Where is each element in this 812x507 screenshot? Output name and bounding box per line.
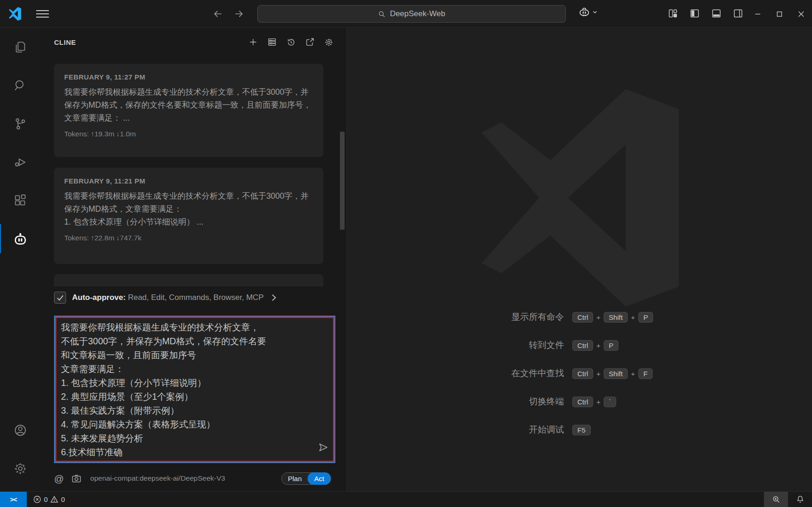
- key-chip: F: [638, 368, 653, 379]
- send-icon: [318, 442, 329, 453]
- plan-act-toggle[interactable]: Plan Act: [281, 472, 331, 485]
- link-external-icon: [305, 37, 315, 47]
- model-selector[interactable]: openai-compat:deepseek-ai/DeepSeek-V3: [90, 474, 225, 483]
- minimize-icon: [755, 11, 761, 17]
- open-in-editor-button[interactable]: [305, 37, 315, 47]
- key-chip: `: [604, 397, 616, 407]
- navigate-back-button[interactable]: [210, 6, 226, 22]
- shortcut-label: 显示所有命令: [425, 311, 564, 323]
- manage-settings-button[interactable]: [0, 449, 40, 488]
- chevron-right-icon: [271, 293, 277, 302]
- layout-controls: [667, 6, 744, 21]
- cline-panel-header: CLINE: [40, 28, 346, 56]
- shortcut-keys: Ctrl+Shift+P: [572, 312, 712, 323]
- close-button[interactable]: [790, 0, 812, 28]
- remote-indicator[interactable]: ><: [0, 492, 27, 507]
- sidebar-item-run-debug[interactable]: [0, 143, 40, 181]
- shortcut-row: 在文件中查找Ctrl+Shift+F: [425, 367, 712, 380]
- sidebar-item-cline[interactable]: [0, 220, 40, 258]
- title-bar: DeepSeek-Web: [0, 0, 812, 28]
- toggle-panel-button[interactable]: [710, 6, 722, 21]
- check-icon: [56, 293, 64, 302]
- shortcut-keys: Ctrl+`: [572, 397, 712, 407]
- history-task-card[interactable]: FEBRUARY 9, 11:27 PM 我需要你帮我根据标题生成专业的技术分析…: [54, 64, 323, 157]
- status-bar: >< 0 0: [0, 491, 812, 507]
- new-task-button[interactable]: [248, 37, 258, 47]
- task-preview: 我需要你帮我根据标题生成专业的技术分析文章，不低于3000字，并保存为MD格式，…: [64, 189, 313, 228]
- panel-right-icon: [733, 8, 743, 18]
- maximize-button[interactable]: [769, 0, 790, 28]
- panel-title: CLINE: [54, 38, 76, 46]
- customize-layout-button[interactable]: [667, 6, 679, 21]
- act-mode-button[interactable]: Act: [308, 472, 331, 485]
- cline-robot-icon: [13, 232, 28, 246]
- zoom-in-icon: [772, 495, 781, 504]
- history-icon: [286, 37, 296, 47]
- shortcut-label: 切换终端: [425, 396, 564, 408]
- mcp-servers-button[interactable]: [267, 37, 277, 47]
- minimize-button[interactable]: [747, 0, 769, 28]
- arrow-left-icon: [213, 9, 223, 19]
- gear-icon: [324, 37, 333, 47]
- sidebar-item-extensions[interactable]: [0, 181, 40, 220]
- menu-hamburger-icon[interactable]: [36, 8, 49, 19]
- screenshot-button[interactable]: [71, 473, 82, 484]
- accounts-button[interactable]: [0, 411, 40, 449]
- shortcut-keys: Ctrl+P: [572, 340, 712, 351]
- shortcut-label: 开始调试: [425, 424, 564, 436]
- auto-approve-row[interactable]: Auto-approve: Read, Edit, Commands, Brow…: [54, 290, 329, 305]
- key-chip: Shift: [604, 368, 628, 379]
- camera-icon: [71, 473, 82, 484]
- history-button[interactable]: [286, 37, 296, 47]
- chevron-down-icon: [592, 9, 598, 15]
- sidebar-item-search[interactable]: [0, 66, 40, 104]
- settings-button[interactable]: [324, 37, 333, 47]
- sidebar-item-explorer[interactable]: [0, 28, 40, 66]
- copilot-menu[interactable]: [578, 6, 598, 18]
- key-chip: Ctrl: [572, 312, 593, 323]
- key-separator: +: [631, 370, 635, 378]
- key-separator: +: [596, 398, 600, 406]
- send-button[interactable]: [318, 442, 329, 453]
- key-separator: +: [596, 370, 600, 378]
- history-task-card-partial[interactable]: [54, 274, 323, 287]
- cline-panel: CLINE: [40, 28, 347, 491]
- chat-footer: @ openai-compat:deepseek-ai/DeepSeek-V3 …: [54, 468, 331, 489]
- shortcut-keys: F5: [572, 425, 712, 435]
- shortcut-label: 在文件中查找: [425, 367, 564, 379]
- plan-mode-button[interactable]: Plan: [282, 475, 308, 483]
- chat-input-box: 我需要你帮我根据标题生成专业的技术分析文章， 不低于3000字，并保存为MD格式…: [54, 316, 335, 463]
- shortcut-keys: Ctrl+Shift+F: [572, 368, 712, 379]
- shortcut-label: 转到文件: [425, 339, 564, 351]
- key-separator: +: [596, 342, 600, 349]
- bell-icon: [796, 495, 805, 504]
- plus-icon: [248, 37, 258, 47]
- auto-approve-value: Read, Edit, Commands, Browser, MCP: [128, 293, 264, 302]
- status-bar-right: [764, 492, 812, 507]
- toggle-primary-sidebar-button[interactable]: [689, 6, 701, 21]
- panel-left-icon: [690, 8, 700, 18]
- scrollbar-thumb[interactable]: [340, 132, 345, 230]
- server-icon: [267, 37, 277, 47]
- navigate-forward-button[interactable]: [231, 6, 247, 22]
- key-chip: Ctrl: [572, 397, 593, 407]
- history-task-card[interactable]: FEBRUARY 9, 11:21 PM 我需要你帮我根据标题生成专业的技术分析…: [54, 168, 323, 264]
- sidebar-item-source-control[interactable]: [0, 104, 40, 143]
- extensions-icon: [13, 194, 27, 208]
- key-chip: Ctrl: [572, 368, 593, 379]
- copilot-icon: [578, 6, 590, 18]
- zoom-button[interactable]: [764, 492, 788, 507]
- toggle-secondary-sidebar-button[interactable]: [732, 6, 744, 21]
- mention-button[interactable]: @: [54, 474, 64, 483]
- problems-indicator[interactable]: 0 0: [27, 492, 72, 507]
- vscode-window: DeepSeek-Web: [0, 0, 812, 507]
- remote-icon: ><: [10, 496, 17, 503]
- auto-approve-label: Auto-approve: Read, Edit, Commands, Brow…: [72, 293, 264, 302]
- customize-layout-icon: [668, 8, 678, 18]
- notifications-button[interactable]: [788, 492, 812, 507]
- chat-input[interactable]: 我需要你帮我根据标题生成专业的技术分析文章， 不低于3000字，并保存为MD格式…: [55, 317, 334, 462]
- command-center-search[interactable]: DeepSeek-Web: [257, 5, 566, 23]
- auto-approve-checkbox[interactable]: [54, 292, 66, 304]
- key-chip: F5: [572, 425, 591, 435]
- warning-icon: [50, 495, 58, 503]
